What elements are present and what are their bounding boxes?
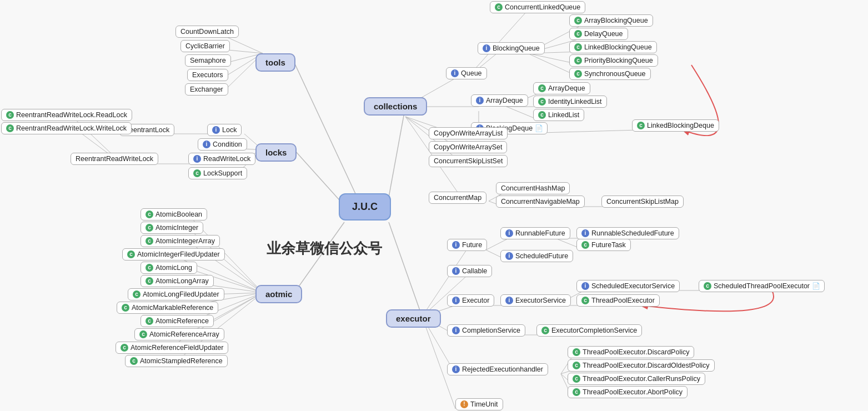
sq-label: SynchronousQueue	[584, 70, 646, 78]
dop-icon: c	[573, 362, 580, 369]
category-aotmic-label: aotmic	[265, 289, 292, 299]
readlock-label: ReentrantReadWriteLock.ReadLock	[16, 111, 127, 119]
node-identitylinkedlist: cIdentityLinkedList	[533, 96, 607, 108]
ill-icon: c	[538, 98, 546, 106]
node-cslset: ConcurrentSkipListSet	[429, 155, 508, 167]
sf-label: ScheduledFuture	[515, 252, 568, 260]
ft-icon: c	[581, 241, 589, 249]
lbq-label: LinkedBlockingQueue	[584, 43, 652, 51]
writelock-icon: c	[6, 124, 14, 132]
category-executor: executor	[386, 309, 441, 328]
node-readlock: cReentrantReadWriteLock.ReadLock	[1, 109, 132, 121]
ll-icon: c	[538, 111, 546, 119]
deque-icon: i	[476, 97, 484, 104]
node-concurrenthashmap: ConcurrentHashMap	[496, 182, 570, 194]
rsf-icon: i	[581, 229, 589, 237]
cnm-label: ConcurrentNavigableMap	[501, 198, 580, 206]
node-readwritelock: iReadWriteLock	[188, 153, 255, 165]
node-scheduledexecutorservice: iScheduledExecutorService	[576, 280, 680, 292]
node-cowalist: CopyOnWriteArrayList	[429, 127, 508, 139]
center-label: J.U.C	[352, 201, 378, 213]
semaphore-label: Semaphore	[190, 57, 226, 64]
rwlock-label: ReadWriteLock	[203, 155, 250, 163]
node-concurrentmap: ConcurrentMap	[429, 192, 486, 204]
callable-icon: i	[452, 267, 460, 275]
node-atomiclong: cAtomicLong	[141, 262, 197, 274]
node-discardoldest: cThreadPoolExecutor.DiscardOldestPolicy	[568, 359, 715, 372]
category-executor-label: executor	[396, 314, 431, 323]
lock-label: Lock	[222, 126, 237, 134]
category-collections-label: collections	[374, 102, 417, 111]
node-synchronousqueue: cSynchronousQueue	[569, 68, 651, 80]
node-atomicintegerarray: cAtomicIntegerArray	[141, 235, 220, 247]
cs-label: CompletionService	[462, 327, 520, 334]
crp-icon: c	[573, 375, 580, 383]
ecs-label: ExecutorCompletionService	[551, 327, 637, 334]
node-atomicreferencearray: cAtomicReferenceArray	[134, 328, 224, 340]
sq-icon: c	[574, 70, 582, 78]
doc-icon: 📄	[535, 124, 543, 132]
svg-line-1	[294, 150, 344, 206]
readlock-icon: c	[6, 111, 14, 119]
ap-label: ThreadPoolExecutor.AbortPolicy	[583, 388, 683, 396]
condition-label: Condition	[213, 141, 242, 148]
svg-line-0	[294, 63, 361, 206]
node-discard: cThreadPoolExecutor.DiscardPolicy	[568, 346, 694, 358]
ses-label: ScheduledExecutorService	[591, 282, 675, 290]
tu-icon: !	[460, 400, 468, 408]
exec-label: Executor	[462, 297, 489, 304]
node-exchanger: Exchanger	[185, 83, 228, 96]
pbq-label: PriorityBlockingQueue	[584, 57, 653, 64]
cslset-label: ConcurrentSkipListSet	[434, 157, 503, 165]
svg-line-39	[422, 250, 466, 317]
dp-label: ThreadPoolExecutor.DiscardPolicy	[583, 348, 689, 356]
node-atomicinteger: cAtomicInteger	[141, 222, 203, 234]
node-linkedlist: cLinkedList	[533, 109, 584, 121]
clq-label: ConcurrentLinkedQueue	[505, 3, 580, 11]
node-atomicreferencefieldupd: cAtomicReferenceFieldUpdater	[116, 342, 228, 354]
cs-icon: i	[452, 327, 460, 334]
node-queue: iQueue	[446, 67, 487, 79]
ecs-icon: c	[541, 327, 549, 334]
node-executorservice: iExecutorService	[500, 294, 571, 307]
node-locksupport: cLockSupport	[188, 167, 247, 179]
tu-label: TimeUnit	[470, 400, 498, 408]
node-linkedblockingdeque: cLinkedBlockingDeque	[632, 119, 719, 132]
node-deque: iArrayDeque	[471, 94, 528, 107]
node-concurrentlinkedqueue: cConcurrentLinkedQueue	[490, 1, 585, 13]
ft-label: FutureTask	[591, 241, 626, 249]
node-runnablefuture: iRunnableFuture	[500, 227, 570, 239]
stpe-icon: c	[704, 282, 711, 290]
node-atomiclongarray: cAtomicLongArray	[141, 275, 214, 287]
stpe-label: ScheduledThreadPoolExecutor	[714, 282, 810, 290]
sf-icon: i	[505, 252, 513, 260]
tpe-icon: c	[581, 297, 589, 304]
locksupport-icon: c	[193, 169, 201, 177]
deque-label: ArrayDeque	[486, 97, 523, 104]
svg-line-2	[389, 107, 405, 197]
node-atomiclongfiledupdater: cAtomicLongFiledUpdater	[128, 288, 224, 300]
queue-label: Queue	[461, 69, 482, 77]
queue-icon: i	[451, 69, 459, 77]
node-threadpoolexecutor: cThreadPoolExecutor	[576, 294, 660, 307]
node-atomicreference: cAtomicReference	[141, 315, 214, 327]
rsf-label: RunnableScheduledFuture	[591, 229, 674, 237]
ll-label: LinkedList	[548, 111, 579, 119]
node-timeunit: !TimeUnit	[455, 398, 503, 410]
lbq-icon: c	[574, 43, 582, 51]
node-rejectedhandler: iRejectedExecutionhandler	[447, 363, 548, 375]
bq-label: BlockingQueue	[493, 44, 540, 52]
ad-label: ArrayDeque	[548, 84, 585, 92]
category-locks: locks	[255, 143, 297, 162]
rf-icon: i	[505, 229, 513, 237]
exec-icon: i	[452, 297, 460, 304]
callable-label: Callable	[462, 267, 487, 275]
category-aotmic: aotmic	[255, 285, 302, 303]
cslm-label: ConcurrentSkipListMap	[606, 198, 679, 206]
subtitle: 业余草微信公众号	[267, 239, 382, 258]
rf-label: RunnableFuture	[515, 229, 565, 237]
future-label: Future	[462, 241, 482, 249]
dq-label: DelayQueue	[584, 30, 623, 38]
node-cyclicbarrier: CyclicBarrier	[180, 40, 230, 52]
node-delayqueue: cDelayQueue	[569, 28, 628, 40]
